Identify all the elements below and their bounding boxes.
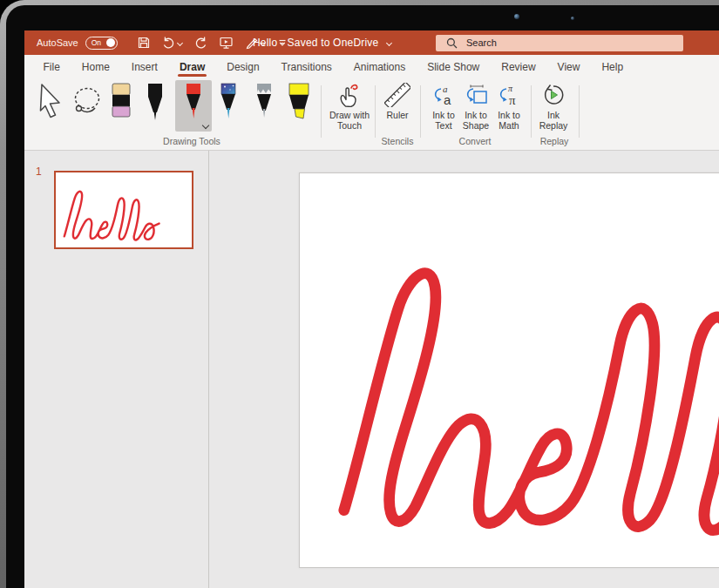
- eraser-tool-button[interactable]: [110, 82, 132, 120]
- draw-with-touch-button[interactable]: Draw with Touch: [325, 83, 374, 131]
- ink-to-math-icon: π π: [496, 83, 522, 107]
- tab-animations[interactable]: Animations: [343, 55, 416, 78]
- start-slideshow-icon: [219, 36, 234, 50]
- tab-review[interactable]: Review: [491, 55, 546, 78]
- slide-thumbnail[interactable]: [54, 171, 193, 249]
- slide-number: 1: [36, 166, 42, 178]
- highlighter-yellow-icon: [285, 82, 313, 122]
- pen-black-icon: [142, 82, 168, 122]
- toggle-knob: [106, 38, 115, 47]
- autosave-toggle[interactable]: On: [85, 37, 118, 50]
- pen-galaxy-button[interactable]: [215, 82, 241, 122]
- pencil-tool-button[interactable]: [251, 82, 277, 122]
- highlighter-tool-button[interactable]: [285, 82, 313, 122]
- group-label-convert: Convert: [459, 136, 492, 146]
- ink-replay-label: Ink Replay: [533, 110, 573, 131]
- autosave-label: AutoSave: [37, 37, 78, 48]
- slide-canvas[interactable]: [299, 172, 719, 568]
- select-cursor-icon: [35, 82, 66, 120]
- group-label-drawing-tools: Drawing Tools: [163, 136, 220, 146]
- ink-replay-icon: [540, 83, 566, 107]
- autosave-state-label: On: [92, 38, 101, 47]
- eraser-icon: [110, 82, 132, 120]
- undo-dropdown-chevron: [177, 39, 183, 45]
- group-label-stencils: Stencils: [382, 136, 414, 146]
- tab-transitions[interactable]: Transitions: [270, 55, 343, 78]
- pen-red-button[interactable]: [180, 82, 207, 122]
- start-slideshow-button[interactable]: [219, 36, 234, 50]
- tab-view[interactable]: View: [546, 55, 591, 78]
- ink-to-math-label: Ink to Math: [489, 110, 529, 131]
- tablet-device: AutoSave On: [0, 0, 719, 588]
- redo-button[interactable]: [193, 36, 207, 50]
- select-tool-button[interactable]: [35, 82, 66, 120]
- ink-to-math-button[interactable]: π π Ink to Math: [489, 83, 529, 131]
- lasso-select-icon: [71, 86, 104, 118]
- group-separator: [579, 85, 580, 138]
- group-label-replay: Replay: [540, 136, 569, 146]
- draw-with-touch-label: Draw with Touch: [325, 110, 374, 131]
- tab-help[interactable]: Help: [591, 55, 634, 78]
- slide-ink-hello[interactable]: [300, 173, 719, 569]
- tab-draw[interactable]: Draw: [168, 55, 215, 78]
- save-icon: [137, 36, 151, 50]
- tab-insert[interactable]: Insert: [120, 55, 168, 78]
- powerpoint-window: AutoSave On: [24, 30, 719, 588]
- pen-black-button[interactable]: [142, 82, 168, 122]
- ruler-label: Ruler: [386, 110, 408, 120]
- group-separator: [375, 85, 376, 138]
- draw-with-touch-icon: [336, 83, 363, 107]
- lasso-select-button[interactable]: [71, 86, 104, 118]
- svg-text:π: π: [508, 84, 513, 93]
- pen-red-icon: [180, 82, 207, 122]
- pen-galaxy-icon: [215, 82, 241, 122]
- undo-icon: [162, 36, 176, 50]
- search-icon: [446, 37, 458, 49]
- group-separator: [531, 85, 532, 138]
- group-separator: [420, 85, 421, 138]
- undo-button[interactable]: [162, 36, 182, 50]
- document-title: Hello - Saved to OneDrive: [253, 37, 378, 49]
- pencil-gray-icon: [251, 82, 277, 122]
- ink-to-text-icon: a a: [431, 83, 457, 107]
- svg-text:a: a: [444, 92, 451, 107]
- workspace: 1: [24, 151, 719, 588]
- svg-text:π: π: [509, 93, 516, 107]
- search-placeholder: Search: [466, 37, 497, 48]
- camera-dot-icon: [571, 17, 574, 20]
- ink-replay-button[interactable]: Ink Replay: [533, 83, 573, 131]
- panel-divider[interactable]: [208, 151, 209, 588]
- document-title-dropdown[interactable]: Hello - Saved to OneDrive: [253, 30, 391, 55]
- title-dropdown-chevron: [386, 39, 392, 45]
- ribbon-tab-bar: File Home Insert Draw Design Transitions…: [24, 55, 719, 78]
- tab-file[interactable]: File: [32, 55, 71, 78]
- thumbnail-ink-hello: [56, 172, 192, 247]
- ribbon-draw: Draw with Touch Ruler a a: [24, 78, 719, 151]
- redo-icon: [193, 36, 207, 50]
- ruler-icon: [384, 83, 410, 107]
- tab-home[interactable]: Home: [71, 55, 120, 78]
- tab-slide-show[interactable]: Slide Show: [417, 55, 491, 78]
- save-button[interactable]: [137, 36, 151, 50]
- title-bar: AutoSave On: [24, 30, 719, 55]
- camera-icon: [514, 14, 519, 19]
- ruler-button[interactable]: Ruler: [377, 83, 417, 120]
- pen-options-chevron[interactable]: [202, 122, 209, 129]
- group-separator: [321, 85, 322, 138]
- ink-to-shape-icon: [463, 83, 489, 107]
- search-input[interactable]: Search: [436, 35, 683, 51]
- tab-design[interactable]: Design: [216, 55, 270, 78]
